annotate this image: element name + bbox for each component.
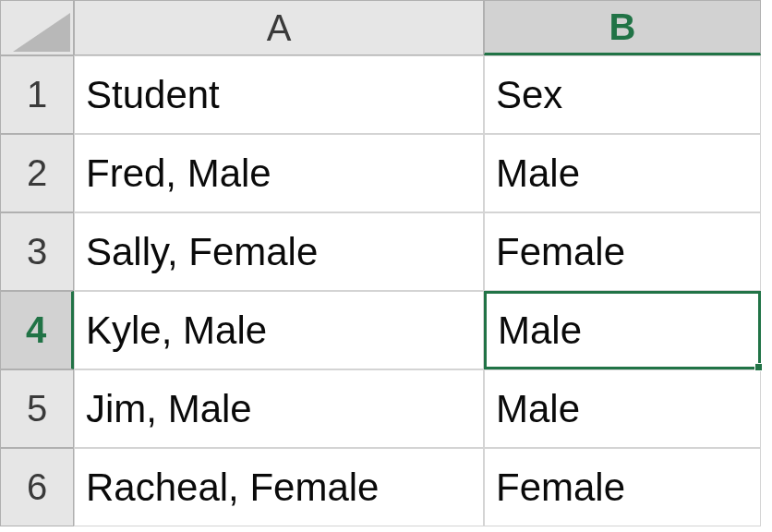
fill-handle[interactable] (754, 363, 763, 371)
cell-B5[interactable]: Male (484, 369, 761, 448)
column-header-B[interactable]: B (484, 0, 761, 55)
row-header-5[interactable]: 5 (0, 369, 74, 448)
cell-B4[interactable]: Male (484, 291, 761, 369)
row-header-4[interactable]: 4 (0, 291, 74, 369)
corner-triangle-icon (13, 13, 70, 52)
row-header-1[interactable]: 1 (0, 55, 74, 134)
cell-A2[interactable]: Fred, Male (74, 134, 484, 212)
cell-B6[interactable]: Female (484, 448, 761, 526)
row-header-6[interactable]: 6 (0, 448, 74, 526)
cell-A4[interactable]: Kyle, Male (74, 291, 484, 369)
cell-A3[interactable]: Sally, Female (74, 212, 484, 291)
cell-B4-value: Male (498, 308, 582, 353)
spreadsheet-grid: A B 1 Student Sex 2 Fred, Male Male 3 Sa… (0, 0, 772, 526)
cell-A5[interactable]: Jim, Male (74, 369, 484, 448)
cell-B3[interactable]: Female (484, 212, 761, 291)
cell-A1[interactable]: Student (74, 55, 484, 134)
row-header-3[interactable]: 3 (0, 212, 74, 291)
column-header-A[interactable]: A (74, 0, 484, 55)
row-header-2[interactable]: 2 (0, 134, 74, 212)
cell-A6[interactable]: Racheal, Female (74, 448, 484, 526)
cell-B1[interactable]: Sex (484, 55, 761, 134)
select-all-corner[interactable] (0, 0, 74, 55)
cell-B2[interactable]: Male (484, 134, 761, 212)
